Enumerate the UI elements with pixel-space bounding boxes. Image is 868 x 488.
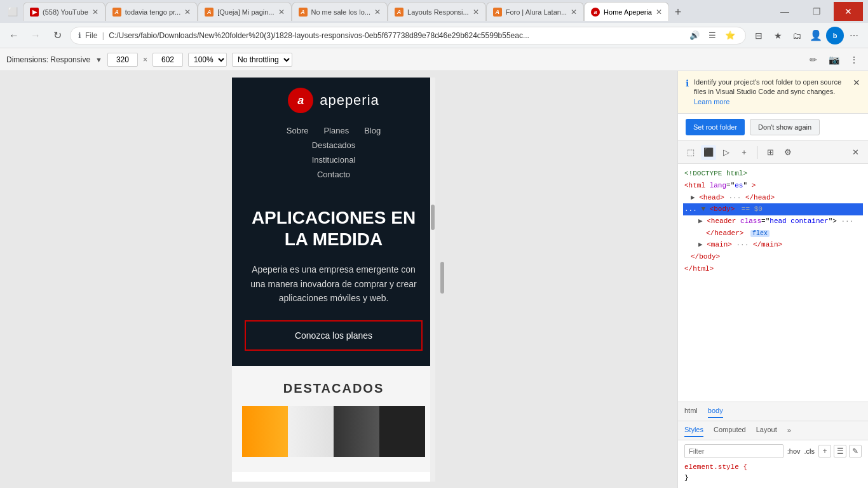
dom-doctype[interactable]: <!DOCTYPE html> <box>683 168 863 180</box>
link-icon[interactable]: ⊞ <box>763 145 778 160</box>
tab-close-5[interactable]: ✕ <box>473 8 479 17</box>
new-tab-button[interactable]: + <box>669 3 687 21</box>
html-tag: <html <box>684 182 705 189</box>
tab-2[interactable]: A todavia tengo pr... ✕ <box>105 2 198 21</box>
dont-show-again-button[interactable]: Don't show again <box>750 119 820 135</box>
filter-pseudo-label[interactable]: :hov <box>787 447 801 455</box>
read-aloud-icon[interactable]: 🔊 <box>687 28 702 43</box>
collections-icon[interactable]: 🗂 <box>788 27 806 44</box>
tab-4[interactable]: A No me sale los lo... ✕ <box>292 2 388 21</box>
minimize-button[interactable]: — <box>770 2 799 21</box>
settings-icon[interactable]: ⚙ <box>780 145 796 160</box>
profile-icon[interactable]: 👤 <box>807 27 825 44</box>
capture-screenshot-icon[interactable]: 📷 <box>826 52 841 67</box>
devtools-close-icon[interactable]: ✕ <box>848 145 863 160</box>
tab-title-apeperia: Home Apeperia <box>604 8 652 16</box>
zoom-select[interactable]: 100% 75% 50% 125% <box>188 53 227 67</box>
new-style-rule-icon[interactable]: ✎ <box>849 445 862 458</box>
set-root-folder-button[interactable]: Set root folder <box>686 119 745 135</box>
tab-close-youtube[interactable]: ✕ <box>92 8 98 17</box>
notification-text: Identify your project's root folder to o… <box>694 78 848 107</box>
devtools-notification: ℹ Identify your project's root folder to… <box>678 71 868 114</box>
bing-icon[interactable]: b <box>826 27 844 44</box>
maximize-button[interactable]: ❐ <box>802 2 831 21</box>
forward-button[interactable]: → <box>27 27 44 44</box>
more-options-icon[interactable]: ⋯ <box>845 27 863 44</box>
nav-institucional[interactable]: Institucional <box>304 152 363 167</box>
tab-layout[interactable]: Layout <box>756 423 777 437</box>
throttle-select[interactable]: No throttling Slow 3G Fast 3G <box>232 53 292 67</box>
more-icon[interactable]: ⋮ <box>846 52 862 67</box>
more-tabs-icon[interactable]: » <box>787 426 791 434</box>
tabs-bar: ▶ (558) YouTube ✕ A todavia tengo pr... … <box>23 2 768 21</box>
toolbar-separator <box>757 146 757 159</box>
viewport-scroll-thumb[interactable] <box>440 262 444 294</box>
tab-3[interactable]: A [Queja] Mi pagin... ✕ <box>198 2 291 21</box>
favorites-icon[interactable]: ★ <box>769 27 787 44</box>
logo-icon: a <box>288 88 313 113</box>
tab-home-apeperia[interactable]: a Home Apeperia ✕ <box>584 2 669 21</box>
tab-youtube[interactable]: ▶ (558) YouTube ✕ <box>23 2 105 21</box>
nav-contacto[interactable]: Contacto <box>242 167 425 182</box>
site-header: a apeperia Sobre Planes Blog Destacados … <box>232 78 435 192</box>
dom-html[interactable]: <html lang="es" > <box>683 180 863 192</box>
device-toolbar-icon[interactable]: ⬛ <box>701 145 716 160</box>
dom-head[interactable]: ▶ <head> ··· </head> <box>683 192 863 204</box>
logo-name: apeperia <box>320 92 379 109</box>
dom-main[interactable]: ▶ <main> ··· </main> <box>683 239 863 251</box>
nav-blog[interactable]: Blog <box>356 123 388 138</box>
inspect-element-icon[interactable]: ⬚ <box>683 145 698 160</box>
site-nav: Sobre Planes Blog Destacados Institucion… <box>242 123 425 182</box>
toolbar-icons: ⊟ ★ 🗂 👤 b ⋯ <box>750 27 863 44</box>
edit-icon[interactable]: ✏ <box>806 52 821 67</box>
close-button[interactable]: ✕ <box>834 2 863 21</box>
tab-close-3[interactable]: ✕ <box>278 8 285 17</box>
add-style-rule-icon[interactable]: + <box>818 445 831 458</box>
breadcrumb-body[interactable]: body <box>708 404 723 418</box>
nav-destacados[interactable]: Destacados <box>242 138 425 152</box>
featured-image <box>242 406 425 457</box>
height-input[interactable] <box>153 53 183 67</box>
window-menu-icon[interactable]: ⬜ <box>5 4 20 19</box>
reload-button[interactable]: ↻ <box>48 27 66 44</box>
filter-cls-label[interactable]: .cls <box>804 447 815 455</box>
notification-close-icon[interactable]: ✕ <box>853 78 860 88</box>
scroll-thumb[interactable] <box>431 205 435 230</box>
hero-title: APLICACIONES EN LA MEDIDA <box>245 207 423 250</box>
width-input[interactable] <box>107 53 138 67</box>
scroll-indicator <box>430 78 435 482</box>
run-icon[interactable]: ▷ <box>719 145 734 160</box>
toggle-classes-icon[interactable]: ☰ <box>834 445 846 458</box>
tab-close-2[interactable]: ✕ <box>184 8 191 17</box>
split-tab-icon[interactable]: ⊟ <box>750 27 768 44</box>
back-button[interactable]: ← <box>5 27 23 44</box>
dom-header-close[interactable]: </header> flex <box>683 227 863 240</box>
reader-view-icon[interactable]: ☰ <box>705 28 720 43</box>
nav-sobre[interactable]: Sobre <box>279 123 316 138</box>
dom-header[interactable]: ▶ <header class="head container"> ··· <box>683 215 863 227</box>
dom-html-close[interactable]: </html> <box>683 263 863 275</box>
breadcrumb-html[interactable]: html <box>684 404 698 418</box>
tab-6[interactable]: A Foro | Alura Latan... ✕ <box>486 2 584 21</box>
hero-cta-button[interactable]: Conozca los planes <box>245 320 423 351</box>
page-viewport[interactable]: a apeperia Sobre Planes Blog Destacados … <box>0 71 677 488</box>
tab-favicon-youtube: ▶ <box>30 8 39 17</box>
add-to-favorites-icon[interactable]: ⭐ <box>722 28 738 43</box>
tab-5[interactable]: A Layouts Responsi... ✕ <box>388 2 486 21</box>
title-bar: ⬜ ▶ (558) YouTube ✕ A todavia tengo pr..… <box>0 0 868 23</box>
nav-planes[interactable]: Planes <box>316 123 356 138</box>
dom-body-selected[interactable]: ... ▼ <body> == $0 <box>683 203 863 215</box>
tab-close-4[interactable]: ✕ <box>374 8 381 17</box>
tab-close-6[interactable]: ✕ <box>571 8 577 17</box>
address-bar: ← → ↻ ℹ File | C:/Users/fabio/Downloads/… <box>0 23 868 48</box>
tab-computed[interactable]: Computed <box>714 423 746 437</box>
filter-input[interactable] <box>684 444 783 458</box>
element-style-rule: element.style { } <box>684 462 862 484</box>
tab-close-apeperia[interactable]: ✕ <box>656 8 662 17</box>
filter-actions: + ☰ ✎ <box>818 445 862 458</box>
dom-body-close[interactable]: </body> <box>683 251 863 263</box>
tab-styles[interactable]: Styles <box>684 423 703 437</box>
address-input[interactable]: ℹ File | C:/Users/fabio/Downloads/New%20… <box>70 27 746 44</box>
add-icon[interactable]: + <box>736 145 752 160</box>
learn-more-link[interactable]: Learn more <box>694 98 729 105</box>
